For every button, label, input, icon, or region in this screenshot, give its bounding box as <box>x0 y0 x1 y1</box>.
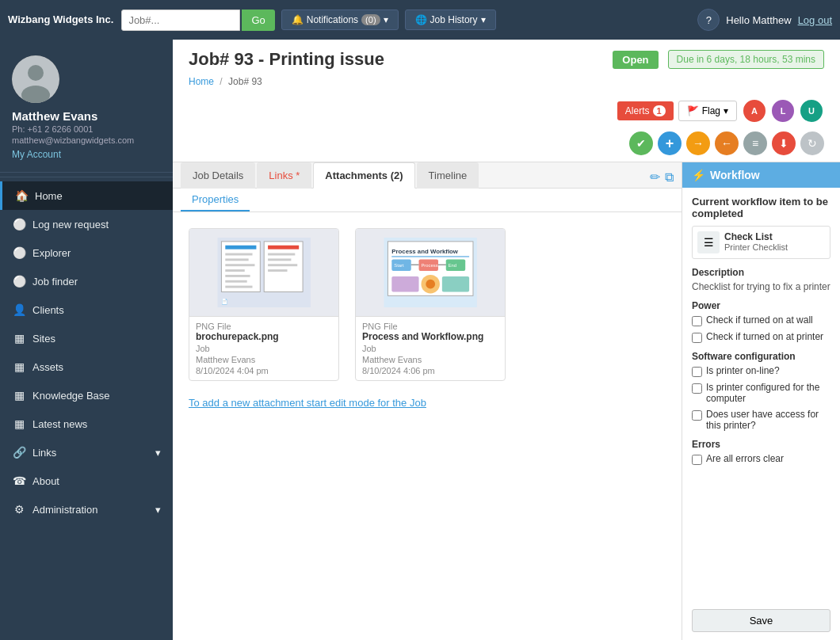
label-c2: Check if turned on at printer <box>706 331 823 342</box>
sidebar-item-log-new-request[interactable]: ⚪ Log new request <box>0 210 173 238</box>
down-action-button[interactable]: ⬇ <box>772 131 796 155</box>
sidebar-user-email: matthew@wizbangwidgets.com <box>12 135 161 145</box>
current-workflow-item-title: Current workflow item to be completed <box>692 196 830 219</box>
tab-attachments[interactable]: Attachments (2) <box>313 162 414 189</box>
search-input[interactable] <box>121 10 240 31</box>
workflow-body: Current workflow item to be completed ☰ … <box>682 188 840 601</box>
sync-action-button[interactable]: ↻ <box>800 131 824 155</box>
sidebar: Matthew Evans Ph: +61 2 6266 0001 matthe… <box>0 40 173 640</box>
tabs-panel: Job Details Links * Attachments (2) Time… <box>173 162 682 640</box>
svg-rect-8 <box>225 264 254 266</box>
sidebar-item-assets[interactable]: ▦ Assets <box>0 352 173 381</box>
attachment-info-2: PNG File Process and Workflow.png Job Ma… <box>356 316 505 380</box>
description-label: Description <box>692 267 830 278</box>
user-section: Hello Matthew Log out <box>726 14 832 26</box>
svg-rect-5 <box>225 246 256 250</box>
tab-edit-icons: ✏ ⧉ <box>650 170 674 188</box>
explorer-icon: ⚪ <box>12 246 26 259</box>
home-icon: 🏠 <box>14 189 29 202</box>
job-history-button[interactable]: 🌐 Job History ▾ <box>405 10 496 30</box>
attachment-type-1: PNG File <box>196 322 332 331</box>
checklist-item-c4: Is printer configured for the computer <box>692 382 830 404</box>
status-badge: Open <box>613 51 658 69</box>
workflow-save-button[interactable]: Save <box>692 609 830 632</box>
plus-action-button[interactable]: + <box>658 131 682 155</box>
help-button[interactable]: ? <box>697 9 720 31</box>
attachment-info-1: PNG File brochurepack.png Job Matthew Ev… <box>189 316 338 380</box>
checklist-icon: ☰ <box>697 231 720 253</box>
checkbox-c2[interactable] <box>692 333 702 343</box>
add-attachment-link[interactable]: To add a new attachment start edit mode … <box>189 397 666 409</box>
checkbox-c3[interactable] <box>692 367 702 377</box>
sidebar-item-administration[interactable]: ⚙ Administration ▾ <box>0 495 173 524</box>
sidebar-item-sites[interactable]: ▦ Sites <box>0 324 173 352</box>
checkbox-c5[interactable] <box>692 410 702 421</box>
logout-link[interactable]: Log out <box>798 14 832 26</box>
svg-rect-11 <box>225 280 246 283</box>
avatar <box>12 55 59 103</box>
sidebar-item-clients[interactable]: 👤 Clients <box>0 295 173 324</box>
checkbox-c4[interactable] <box>692 383 702 394</box>
svg-point-1 <box>28 65 44 81</box>
workflow-item-card: ☰ Check List Printer Checklist <box>692 226 830 259</box>
attachment-name-1: brochurepack.png <box>196 331 332 342</box>
job-title: Job# 93 - Printing issue <box>189 49 603 70</box>
avatar-l[interactable]: L <box>770 98 796 124</box>
knowledge-icon: ▦ <box>12 389 26 402</box>
svg-text:Start: Start <box>394 263 404 268</box>
attachment-owner-1: Job <box>196 344 332 353</box>
avatar-u[interactable]: U <box>799 98 824 124</box>
svg-rect-17 <box>268 264 297 266</box>
sidebar-user-name: Matthew Evans <box>12 109 161 123</box>
svg-rect-16 <box>268 258 291 261</box>
avatar-a[interactable]: A <box>742 98 767 124</box>
flag-label: Flag <box>702 105 720 116</box>
my-account-link[interactable]: My Account <box>12 149 161 160</box>
label-c5: Does user have access for this printer? <box>706 409 830 431</box>
hello-label: Hello Matthew <box>726 14 791 26</box>
alerts-label: Alerts <box>625 105 650 116</box>
check-action-button[interactable]: ✔ <box>629 131 653 155</box>
edit-pencil-icon[interactable]: ✏ <box>650 170 660 185</box>
sidebar-item-links[interactable]: 🔗 Links ▾ <box>0 438 173 467</box>
alerts-button[interactable]: Alerts 1 <box>617 101 674 120</box>
svg-text:Process and Workflow: Process and Workflow <box>391 248 459 255</box>
sub-tab-properties[interactable]: Properties <box>181 189 250 211</box>
tab-links[interactable]: Links * <box>257 162 311 189</box>
avatar-group: A L U <box>742 98 824 124</box>
sidebar-item-knowledge-base[interactable]: ▦ Knowledge Base <box>0 381 173 410</box>
checkbox-c1[interactable] <box>692 316 702 326</box>
label-c3: Is printer on-line? <box>706 365 780 376</box>
admin-icon: ⚙ <box>12 503 26 516</box>
back-action-button[interactable]: ← <box>715 131 739 155</box>
svg-rect-34 <box>391 276 418 292</box>
svg-rect-14 <box>268 246 299 250</box>
job-actions-row: Alerts 1 🚩 Flag ▾ A L U <box>189 93 824 128</box>
svg-rect-6 <box>225 253 252 256</box>
sidebar-item-job-finder[interactable]: ⚪ Job finder <box>0 267 173 295</box>
flag-button[interactable]: 🚩 Flag ▾ <box>678 101 737 121</box>
forward-action-button[interactable]: → <box>686 131 710 155</box>
menu-action-button[interactable]: ≡ <box>743 131 767 155</box>
attachment-uploader-1: Matthew Evans <box>196 355 332 364</box>
sidebar-item-explorer[interactable]: ⚪ Explorer <box>0 238 173 267</box>
copy-icon[interactable]: ⧉ <box>665 170 674 185</box>
go-button[interactable]: Go <box>242 10 274 31</box>
label-c4: Is printer configured for the computer <box>706 382 830 404</box>
attachment-card-2[interactable]: Process and Workflow Start Process End <box>355 228 506 381</box>
sidebar-item-about[interactable]: ☎ About <box>0 467 173 495</box>
attachment-card[interactable]: 📄 PNG File brochurepack.png Job Matthew … <box>189 228 339 381</box>
section-title-power: Power <box>692 300 830 311</box>
attachment-thumb-1: 📄 <box>189 229 338 316</box>
notifications-button[interactable]: 🔔 Notifications (0) ▾ <box>281 10 399 30</box>
assets-icon: ▦ <box>12 360 26 373</box>
user-profile: Matthew Evans Ph: +61 2 6266 0001 matthe… <box>0 40 173 173</box>
svg-text:Process: Process <box>421 263 437 268</box>
sidebar-item-home[interactable]: 🏠 Home <box>0 181 173 210</box>
checkbox-c6[interactable] <box>692 455 702 465</box>
tab-timeline[interactable]: Timeline <box>417 162 479 189</box>
breadcrumb-home[interactable]: Home <box>189 76 214 87</box>
sidebar-item-latest-news[interactable]: ▦ Latest news <box>0 410 173 438</box>
action-icons-row: ✔ + → ← ≡ ⬇ ↻ <box>189 128 824 162</box>
tab-job-details[interactable]: Job Details <box>181 162 255 189</box>
